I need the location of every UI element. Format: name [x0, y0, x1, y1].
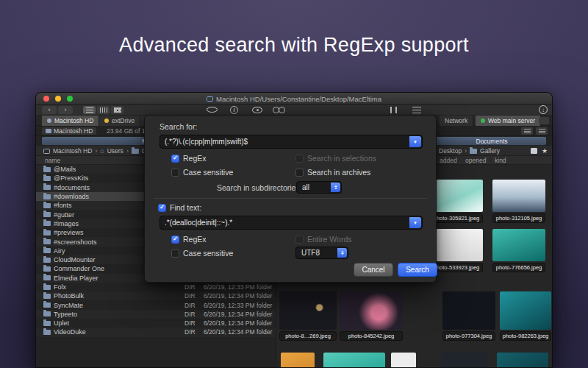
column-opened[interactable]: opened [465, 157, 486, 164]
column-view-button[interactable] [97, 106, 110, 114]
list-item[interactable]: Typeeto DIR6/20/19, 12:34 PMfolder [36, 310, 276, 319]
find-text-checkbox[interactable]: ✓ Find text: [158, 203, 201, 212]
file-size: DIR [184, 283, 196, 291]
search-binoculars-icon[interactable] [273, 107, 285, 113]
find-case-sensitive-checkbox[interactable]: Case sensitive [171, 249, 233, 258]
volume-selector[interactable]: Macintosh HD [42, 127, 96, 135]
subdirectories-popup[interactable]: all [296, 181, 342, 194]
file-size: DIR [184, 302, 196, 309]
file-kind: folder [257, 283, 272, 291]
favorite-star-icon[interactable]: ★ [542, 148, 548, 155]
minimize-button[interactable] [55, 96, 61, 102]
view-panel-button[interactable] [536, 127, 548, 135]
photo-thumbnail-cutoff[interactable] [323, 353, 385, 367]
folder-icon [43, 194, 51, 199]
list-item[interactable]: PhotoBulk DIR6/20/19, 12:34 PMfolder [36, 291, 276, 300]
search-pattern-dropdown-button[interactable]: ▾ [409, 136, 421, 147]
photo-thumbnail-cutoff[interactable] [391, 353, 416, 367]
cancel-button[interactable]: Cancel [354, 263, 393, 277]
file-modified: 6/20/19, 12:34 PM [204, 319, 254, 327]
marketing-background: Advanced search with RegExp support Maci… [0, 0, 588, 368]
photo-thumbnail-cutoff[interactable] [441, 353, 488, 367]
photo-filename: photo-845242.jpeg [340, 331, 403, 341]
photo-item[interactable]: photo-533923.jpeg [430, 229, 483, 272]
search-button[interactable]: Search [398, 263, 437, 277]
folder-icon [43, 294, 51, 299]
photo-item[interactable]: photo-8…269.jpeg [279, 291, 337, 341]
right-volume-label: Documents [437, 138, 546, 145]
file-size: DIR [184, 319, 196, 327]
breadcrumb-users[interactable]: Users [107, 147, 123, 155]
list-item[interactable]: SyncMate DIR6/20/19, 12:33 PMfolder [36, 300, 276, 309]
info-icon[interactable]: i [230, 106, 238, 114]
find-pattern-dropdown-button[interactable]: ▾ [409, 217, 421, 228]
photo-filename: photo-977304.jpeg [442, 331, 495, 341]
photo-thumbnail [492, 229, 545, 261]
file-name: #downloads [54, 193, 89, 200]
photo-thumbnail-cutoff[interactable] [281, 353, 315, 367]
tab-web-main-server[interactable]: Web main server [476, 116, 541, 126]
zoom-button[interactable] [67, 96, 73, 102]
sort-panel-button[interactable] [521, 127, 533, 135]
tab-network[interactable]: Network [440, 116, 473, 126]
photo-item[interactable]: photo-305821.jpeg [430, 180, 483, 223]
back-button[interactable]: ‹ [42, 106, 57, 114]
grid-view-icon[interactable] [531, 148, 537, 154]
close-button[interactable] [43, 96, 49, 102]
column-name[interactable]: name [45, 157, 60, 164]
list-item[interactable]: VideoDuke DIR6/20/19, 12:34 PMfolder [36, 328, 276, 336]
pause-icon[interactable] [390, 107, 397, 113]
photo-item[interactable]: photo-982263.jpeg [500, 291, 551, 341]
find-regex-checkbox[interactable]: ✓ RegEx [171, 235, 207, 244]
file-kind: folder [257, 328, 272, 336]
thumbnail-view-button[interactable] [111, 106, 123, 114]
photo-thumbnail [500, 291, 551, 330]
list-item[interactable]: Folx DIR6/20/19, 12:33 PMfolder [36, 283, 276, 291]
regex-label: RegEx [183, 154, 207, 163]
file-name: @Mails [54, 166, 76, 173]
photo-item[interactable]: photo-977304.jpeg [442, 291, 495, 341]
breadcrumb-desktop[interactable]: Desktop [439, 147, 462, 155]
window-titlebar: Macintosh HD/Users/Constantine/Desktop/M… [36, 93, 552, 105]
search-in-archives-checkbox[interactable]: Search in archives [295, 168, 370, 177]
photo-item[interactable]: photo-312105.jpeg [492, 180, 545, 223]
photo-filename: photo-776656.jpeg [492, 263, 545, 272]
chevron-down-icon: ▾ [414, 139, 417, 145]
breadcrumb-gallery[interactable]: Gallery [480, 147, 500, 155]
queue-list-icon[interactable] [412, 107, 421, 113]
tab-macintosh-hd[interactable]: Macintosh HD [42, 116, 99, 126]
photo-thumbnail-cutoff[interactable] [497, 353, 548, 367]
find-pattern-input[interactable] [160, 216, 422, 229]
file-modified: 6/20/19, 12:34 PM [204, 328, 254, 336]
file-name: @PressKits [54, 174, 88, 182]
forward-button[interactable]: › [58, 106, 73, 114]
check-icon: ✓ [159, 205, 165, 210]
photo-item[interactable]: photo-776656.jpeg [492, 229, 545, 272]
subdirectories-label: Search in subdirectories: [217, 183, 302, 192]
tab-overflow-button[interactable] [539, 117, 549, 124]
tab-extdrive[interactable]: extDrive [99, 116, 140, 126]
checkbox-box [171, 250, 179, 258]
sort-lines-icon [524, 129, 531, 133]
list-view-button[interactable] [83, 106, 96, 114]
chevron-down-icon: ▾ [414, 220, 417, 226]
photo-item[interactable]: photo-845242.jpeg [340, 291, 403, 341]
traffic-lights [43, 96, 73, 102]
chevron-icon: › [465, 147, 467, 155]
encoding-value: UTF8 [301, 249, 320, 257]
regex-checkbox[interactable]: ✓ RegEx [171, 154, 207, 163]
breadcrumb-root[interactable]: Macintosh HD [53, 147, 92, 155]
list-item[interactable]: Uplet DIR6/20/19, 12:34 PMfolder [36, 319, 276, 328]
case-sensitive-checkbox[interactable]: Case sensitive [171, 168, 233, 177]
connect-icon[interactable] [207, 107, 218, 113]
column-kind[interactable]: kind [495, 157, 506, 164]
hidden-files-eye-icon[interactable] [252, 107, 262, 113]
case-sensitive-label: Case sensitive [183, 249, 233, 258]
advanced-search-dialog: Search for: ▾ ✓ RegEx Search in selectio… [144, 115, 437, 283]
search-pattern-input[interactable] [160, 135, 422, 148]
folder-icon [43, 203, 51, 208]
encoding-popup[interactable]: UTF8 [295, 247, 348, 259]
checkbox-box: ✓ [158, 204, 166, 212]
column-added[interactable]: added [440, 157, 457, 164]
download-icon[interactable]: ↓ [539, 105, 548, 114]
